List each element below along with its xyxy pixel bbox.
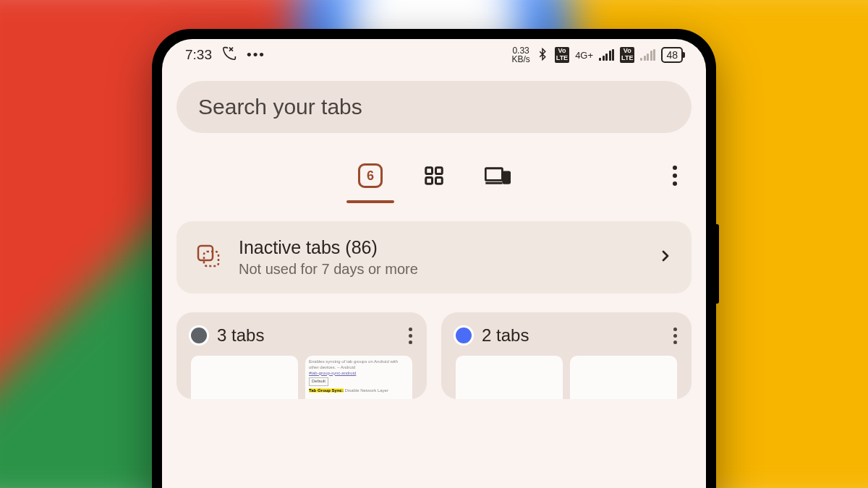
network-type: 4G+ bbox=[575, 50, 593, 61]
data-rate: 0.33 KB/s bbox=[511, 46, 529, 64]
battery-indicator: 48 bbox=[661, 47, 683, 63]
svg-rect-9 bbox=[198, 246, 213, 260]
power-button bbox=[715, 224, 719, 304]
more-notifications-icon: ••• bbox=[247, 47, 265, 63]
status-bar: 7:33 ••• 0.33 KB/s Vo LTE 4G+ Vo LTE bbox=[162, 39, 706, 71]
svg-rect-4 bbox=[426, 178, 433, 184]
svg-rect-3 bbox=[436, 168, 443, 174]
group-color-dot bbox=[191, 328, 207, 343]
group-label: 2 tabs bbox=[482, 325, 529, 346]
volte-badge-2: Vo LTE bbox=[620, 47, 634, 63]
svg-rect-8 bbox=[503, 172, 510, 183]
phone-frame: 7:33 ••• 0.33 KB/s Vo LTE 4G+ Vo LTE bbox=[152, 29, 716, 488]
overflow-menu-button[interactable] bbox=[673, 166, 677, 186]
status-time: 7:33 bbox=[185, 47, 212, 63]
inactive-tabs-subtitle: Not used for 7 days or more bbox=[239, 261, 641, 278]
group-label: 3 tabs bbox=[217, 325, 264, 346]
inactive-tabs-icon bbox=[194, 241, 223, 273]
svg-rect-10 bbox=[204, 252, 218, 266]
tab-group-card[interactable]: 3 tabs Enables syncing of tab groups on … bbox=[176, 312, 427, 399]
tab-groups[interactable] bbox=[420, 162, 448, 189]
tab-active-tabs[interactable]: 6 bbox=[357, 162, 384, 189]
group-overflow-button[interactable] bbox=[673, 328, 677, 344]
svg-rect-5 bbox=[436, 178, 443, 184]
signal-1-icon bbox=[599, 49, 614, 61]
search-placeholder: Search your tabs bbox=[198, 95, 362, 119]
phone-screen: 7:33 ••• 0.33 KB/s Vo LTE 4G+ Vo LTE bbox=[162, 39, 706, 488]
search-tabs-input[interactable]: Search your tabs bbox=[176, 81, 692, 133]
svg-rect-2 bbox=[426, 168, 433, 174]
inactive-tabs-card[interactable]: Inactive tabs (86) Not used for 7 days o… bbox=[176, 221, 692, 294]
tab-thumbnail[interactable]: Enables syncing of tab groups on Android… bbox=[305, 356, 412, 399]
signal-2-icon bbox=[640, 49, 655, 61]
tab-thumbnail[interactable] bbox=[191, 356, 298, 399]
svg-rect-6 bbox=[485, 168, 502, 181]
chevron-right-icon bbox=[657, 247, 674, 267]
tab-synced-devices[interactable] bbox=[484, 162, 511, 189]
tab-thumbnail[interactable] bbox=[456, 356, 563, 399]
group-overflow-button[interactable] bbox=[409, 328, 412, 344]
tab-group-card[interactable]: 2 tabs bbox=[441, 312, 692, 399]
tab-thumbnail[interactable] bbox=[570, 356, 677, 399]
bluetooth-icon bbox=[536, 48, 549, 63]
inactive-tabs-title: Inactive tabs (86) bbox=[239, 237, 641, 258]
group-color-dot bbox=[456, 328, 472, 343]
active-tab-count: 6 bbox=[358, 163, 383, 188]
tab-switcher-modes: 6 bbox=[176, 153, 692, 198]
volte-badge-1: Vo LTE bbox=[555, 47, 569, 63]
missed-call-icon bbox=[222, 46, 237, 64]
